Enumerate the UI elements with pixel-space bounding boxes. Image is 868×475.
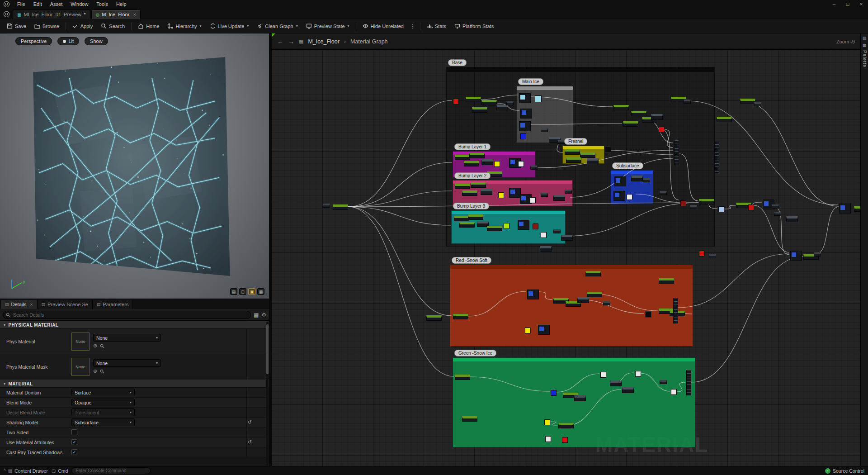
graph-node[interactable] <box>671 389 677 395</box>
graph-node[interactable] <box>519 121 531 131</box>
graph-node[interactable] <box>585 271 601 276</box>
graph-node[interactable] <box>518 220 529 230</box>
apply-button[interactable]: Apply <box>68 20 97 32</box>
graph-node[interactable] <box>520 109 532 119</box>
graph-node[interactable] <box>481 189 492 195</box>
graph-node[interactable] <box>659 127 665 133</box>
graph-node[interactable] <box>714 141 719 173</box>
graph-node[interactable] <box>631 176 643 181</box>
clean-graph-button[interactable]: Clean Graph ▾ <box>253 20 302 32</box>
graph-node[interactable] <box>525 328 531 333</box>
material-domain-select[interactable]: Surface▾ <box>71 389 135 396</box>
navigate-forward-icon[interactable]: → <box>288 38 294 45</box>
graph-node[interactable] <box>558 423 574 428</box>
graph-node[interactable] <box>471 182 486 188</box>
use-material-attributes-checkbox[interactable]: ✓ <box>71 439 77 445</box>
graph-node[interactable] <box>527 290 539 299</box>
section-physical-material[interactable]: ▾ PHYSICAL MATERIAL <box>0 321 269 329</box>
graph-node[interactable] <box>509 188 521 198</box>
comment-title[interactable]: Base <box>448 59 467 66</box>
graph-node[interactable] <box>455 375 470 380</box>
graph-node[interactable] <box>466 97 481 102</box>
graph-node[interactable] <box>535 95 542 102</box>
comment-title[interactable]: Bump Layer 1 <box>454 143 491 150</box>
graph-node[interactable] <box>553 195 565 201</box>
graph-node[interactable] <box>627 194 632 200</box>
live-update-button[interactable]: Live Update ▾ <box>206 20 253 32</box>
use-selected-asset-icon[interactable]: ⊕ <box>93 343 97 349</box>
graph-node[interactable] <box>557 140 565 144</box>
graph-node[interactable] <box>545 436 551 442</box>
reset-to-default-icon[interactable]: ↺ <box>248 439 252 445</box>
preview-plane-button[interactable]: ▣ <box>248 288 255 295</box>
graph-node[interactable] <box>565 190 572 194</box>
preview-cube-button[interactable]: ▦ <box>257 288 264 295</box>
comment-header[interactable] <box>453 358 695 361</box>
comment-header[interactable] <box>453 152 535 155</box>
show-button[interactable]: Show <box>85 37 108 45</box>
graph-node[interactable] <box>600 372 606 378</box>
graph-node[interactable] <box>469 153 485 158</box>
phys-material-select[interactable]: None ▾ <box>93 334 161 342</box>
menu-tools[interactable]: Tools <box>92 0 112 8</box>
settings-gear-icon[interactable]: ⚙ <box>261 312 266 318</box>
graph-node[interactable] <box>622 387 634 393</box>
graph-node[interactable] <box>660 191 667 195</box>
graph-node[interactable] <box>574 395 586 401</box>
graph-node[interactable] <box>487 226 502 231</box>
dropdown-caret-icon[interactable]: ▾ <box>348 24 349 28</box>
comment-header[interactable] <box>450 265 693 269</box>
tab-close-icon[interactable]: × <box>30 302 33 307</box>
comment-title[interactable]: Bump Layer 3 <box>453 203 489 209</box>
graph-node[interactable] <box>565 149 580 155</box>
graph-node[interactable] <box>748 204 754 210</box>
graph-node[interactable] <box>426 315 442 321</box>
browse-to-asset-icon[interactable] <box>100 369 104 374</box>
graph-node[interactable] <box>635 371 641 377</box>
tab-details[interactable]: ▤ Details × <box>1 300 38 309</box>
graph-node[interactable] <box>462 190 477 196</box>
comment-header[interactable] <box>447 67 714 72</box>
minimize-button[interactable]: – <box>827 0 841 8</box>
graph-node[interactable] <box>839 204 851 214</box>
menu-file[interactable]: File <box>13 0 29 8</box>
graph-node[interactable] <box>481 159 493 165</box>
graph-node[interactable] <box>519 93 531 103</box>
graph-node[interactable] <box>740 99 755 104</box>
comment-title[interactable]: Main Ice <box>518 78 543 85</box>
graph-node[interactable] <box>453 314 468 319</box>
details-scrollbar[interactable] <box>266 322 269 466</box>
graph-node[interactable] <box>462 416 477 422</box>
graph-node[interactable] <box>603 301 610 305</box>
graph-node[interactable] <box>453 99 459 104</box>
graph-node[interactable] <box>754 102 761 106</box>
navigate-back-icon[interactable]: ← <box>277 38 283 45</box>
use-selected-asset-icon[interactable]: ⊕ <box>93 368 97 374</box>
save-button[interactable]: Save <box>3 20 30 32</box>
search-button[interactable]: Search <box>97 20 129 32</box>
graph-node[interactable] <box>454 216 469 221</box>
graph-node[interactable] <box>455 184 470 189</box>
preview-cylinder-button[interactable]: ▤ <box>230 288 237 295</box>
perspective-button[interactable]: Perspective <box>15 37 52 45</box>
graph-node[interactable] <box>561 235 573 241</box>
two-sided-checkbox[interactable] <box>71 429 77 435</box>
stats-button[interactable]: Stats <box>423 20 450 32</box>
graph-node[interactable] <box>631 111 646 116</box>
preview-sphere-button[interactable]: ◻ <box>239 288 246 295</box>
graph-node[interactable] <box>455 155 470 160</box>
dropdown-caret-icon[interactable]: ▾ <box>200 24 202 28</box>
graph-node[interactable] <box>680 200 686 206</box>
graph-node[interactable] <box>814 252 821 256</box>
close-button[interactable]: × <box>854 0 868 8</box>
dropdown-caret-icon[interactable]: ▾ <box>247 24 249 28</box>
graph-node[interactable] <box>566 157 581 163</box>
menu-window[interactable]: Window <box>66 0 92 8</box>
graph-node[interactable] <box>645 311 651 318</box>
graph-node[interactable] <box>605 147 611 153</box>
hide-unrelated-options-icon[interactable]: ⋮ <box>408 23 418 29</box>
maximize-button[interactable]: □ <box>841 0 854 8</box>
graph-node[interactable] <box>323 204 330 208</box>
preview-state-button[interactable]: Preview State ▾ <box>302 20 354 32</box>
graph-node[interactable] <box>786 216 798 222</box>
